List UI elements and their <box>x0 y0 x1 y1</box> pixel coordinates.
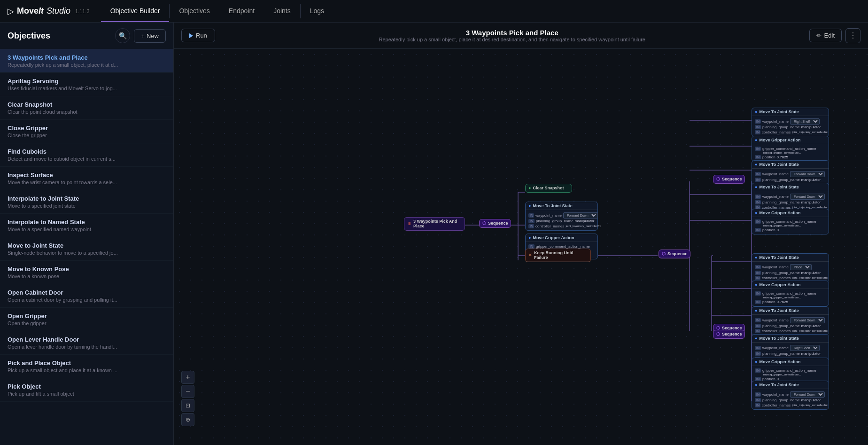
zoom-out-button[interactable]: − <box>181 385 194 398</box>
header-right: ✏ Edit ⋮ <box>809 28 860 43</box>
sidebar-item-title: Inspect Surface <box>8 172 166 179</box>
flow-title-area: 3 Waypoints Pick and Place Repeatedly pi… <box>215 29 809 42</box>
joint-c3r3-node[interactable]: ● Move To Joint State IN waypoint_name F… <box>752 381 829 410</box>
more-icon: ⋮ <box>849 31 857 40</box>
node-status-dot: ⏸ <box>407 221 411 226</box>
zoom-controls: + − ⊡ ⊕ <box>181 371 194 426</box>
sidebar-item-desc: Pick up and lift a small object <box>8 391 166 397</box>
tab-joints[interactable]: Joints <box>264 0 300 22</box>
waypoint-c2r3[interactable]: Forward Down <box>790 317 825 323</box>
logo-text: MoveIt <box>17 6 44 16</box>
sidebar-actions: 🔍 + New <box>115 28 166 43</box>
sidebar-item[interactable]: Close Gripper Close the gripper <box>0 120 173 143</box>
sidebar-item-desc: Detect and move to cuboid object in curr… <box>8 156 166 162</box>
sidebar-item-desc: Move to a specified joint state <box>8 203 166 209</box>
root-node-label: 3 Waypoints Pick And Place <box>413 219 462 228</box>
sidebar-item-desc: Move the wrist camera to point towards a… <box>8 180 166 185</box>
sequence-5-node[interactable]: ⬡ Sequence <box>713 330 745 339</box>
joint-c2r1-node[interactable]: ● Move To Joint State IN waypoint_name P… <box>752 253 829 282</box>
sidebar-item-desc: Open a lever handle door by turning the … <box>8 344 166 350</box>
sidebar-item-title: Clear Snapshot <box>8 101 166 108</box>
flow-title: 3 Waypoints Pick and Place <box>215 29 809 37</box>
seq-icon: ⬡ <box>482 221 486 226</box>
gripper-r5-node[interactable]: ● Move Gripper Action IN gripper_command… <box>752 209 829 234</box>
sidebar-item[interactable]: Pick and Place Object Pick up a small ob… <box>0 355 173 378</box>
sequence-2-node[interactable]: ⬡ Sequence <box>659 250 690 258</box>
sidebar-item-title: Pick Object <box>8 383 166 390</box>
sidebar-item-desc: Clear the point cloud snapshot <box>8 109 166 115</box>
joint-c2r3-node[interactable]: ● Move To Joint State IN waypoint_name F… <box>752 306 829 336</box>
flow-canvas[interactable]: ⏸ 3 Waypoints Pick And Place ⬡ Sequence … <box>174 49 868 445</box>
waypoint-c3r3[interactable]: Forward Down <box>790 391 825 398</box>
edit-button[interactable]: ✏ Edit <box>809 29 842 42</box>
sidebar-item-desc: Move to a known pose <box>8 273 166 279</box>
sidebar-item-title: Apriltag Servoing <box>8 78 166 85</box>
waypoint-r1[interactable]: Right Shelf <box>790 118 820 125</box>
edit-icon: ✏ <box>816 32 822 39</box>
sidebar-item-title: Open Gripper <box>8 312 166 320</box>
center-icon: ⊕ <box>186 416 190 423</box>
main-layout: Objectives 🔍 + New 3 Waypoints Pick and … <box>0 23 868 445</box>
tab-logs[interactable]: Logs <box>301 0 333 22</box>
waypoint-c2r1[interactable]: Place <box>790 264 812 270</box>
waypoint-c3r1[interactable]: Right Shelf <box>790 345 820 351</box>
sidebar-item[interactable]: Open Gripper Open the gripper <box>0 308 173 331</box>
sequence-3-node[interactable]: ⬡ Sequence <box>713 175 745 184</box>
sidebar-item[interactable]: Open Lever Handle Door Open a lever hand… <box>0 331 173 355</box>
sequence-1-node[interactable]: ⬡ Sequence <box>479 219 511 228</box>
sidebar-item[interactable]: Find Cuboids Detect and move to cuboid o… <box>0 143 173 167</box>
sidebar-item-title: Close Gripper <box>8 125 166 132</box>
waypoint-select-1[interactable]: Forward Down <box>563 212 598 219</box>
root-node[interactable]: ⏸ 3 Waypoints Pick And Place <box>404 217 465 231</box>
gripper-c3r2-node[interactable]: ● Move Gripper Action IN gripper_command… <box>752 358 829 383</box>
gripper-r2-node[interactable]: ● Move Gripper Action IN gripper_command… <box>752 136 829 162</box>
seq-1-label: Sequence <box>488 221 508 226</box>
sidebar-item[interactable]: Move to Joint State Single-node behavior… <box>0 237 173 261</box>
sidebar-item[interactable]: Move to Known Pose Move to a known pose <box>0 261 173 284</box>
sidebar-item[interactable]: Clear Snapshot Clear the point cloud sna… <box>0 96 173 120</box>
content-area: Run 3 Waypoints Pick and Place Repeatedl… <box>174 23 868 445</box>
clear-icon: ● <box>528 186 531 190</box>
sidebar-item-title: Open Cabinet Door <box>8 289 166 296</box>
sidebar-item-title: Interpolate to Joint State <box>8 195 166 202</box>
sidebar-item-title: 3 Waypoints Pick and Place <box>8 54 166 61</box>
top-navigation: ▷ MoveIt Studio 1.11.3 Objective Builder… <box>0 0 868 23</box>
sidebar-item-title: Move to Known Pose <box>8 265 166 273</box>
clear-snapshot-node[interactable]: ● Clear Snapshot <box>525 184 572 193</box>
sidebar-item-desc: Uses fiducial markers and Movelt Servo t… <box>8 86 166 91</box>
joint-r1-node[interactable]: ● Move To Joint State IN waypoint_name R… <box>752 108 829 137</box>
sidebar-item[interactable]: Pick Object Pick up and lift a small obj… <box>0 378 173 402</box>
logo-version: 1.11.3 <box>75 8 90 14</box>
more-options-button[interactable]: ⋮ <box>845 28 860 43</box>
gripper-c2r2-node[interactable]: ● Move Gripper Action IN gripper_command… <box>752 281 829 306</box>
joint-icon: ● <box>528 203 531 208</box>
sidebar-item[interactable]: Inspect Surface Move the wrist camera to… <box>0 167 173 190</box>
nav-tabs: Objective Builder Objectives Endpoint Jo… <box>101 0 333 22</box>
waypoint-r4[interactable]: Forward Down <box>790 194 825 200</box>
run-button[interactable]: Run <box>181 29 215 42</box>
sidebar: Objectives 🔍 + New 3 Waypoints Pick and … <box>0 23 174 445</box>
logo-icon: ▷ <box>8 6 14 16</box>
sidebar-item[interactable]: 3 Waypoints Pick and Place Repeatedly pi… <box>0 49 173 73</box>
tab-objectives[interactable]: Objectives <box>170 0 219 22</box>
zoom-center-button[interactable]: ⊕ <box>181 413 194 426</box>
sidebar-list: 3 Waypoints Pick and Place Repeatedly pi… <box>0 49 173 445</box>
tab-objective-builder[interactable]: Objective Builder <box>101 0 170 22</box>
sidebar-item[interactable]: Interpolate to Joint State Move to a spe… <box>0 190 173 214</box>
new-button[interactable]: + New <box>134 29 166 43</box>
keep-running-node[interactable]: ✕ Keep Running Until Failure <box>525 249 591 262</box>
sidebar-item[interactable]: Interpolate to Named State Move to a spe… <box>0 214 173 237</box>
fit-icon: ⊡ <box>186 402 190 409</box>
move-joint-1-node[interactable]: ● Move To Joint State IN waypoint_name F… <box>525 202 598 231</box>
zoom-in-button[interactable]: + <box>181 371 194 384</box>
plus-icon: + <box>141 32 145 39</box>
sidebar-item[interactable]: Open Cabinet Door Open a cabinet door by… <box>0 284 173 308</box>
waypoint-r3[interactable]: Forward Down <box>790 171 825 177</box>
joint-r4-node[interactable]: ● Move To Joint State IN waypoint_name F… <box>752 183 829 212</box>
zoom-fit-button[interactable]: ⊡ <box>181 399 194 412</box>
tab-endpoint[interactable]: Endpoint <box>219 0 264 22</box>
logo: ▷ MoveIt Studio 1.11.3 <box>8 6 90 16</box>
search-button[interactable]: 🔍 <box>115 28 130 43</box>
clear-snapshot-label: Clear Snapshot <box>533 186 564 190</box>
sidebar-item[interactable]: Apriltag Servoing Uses fiducial markers … <box>0 73 173 96</box>
